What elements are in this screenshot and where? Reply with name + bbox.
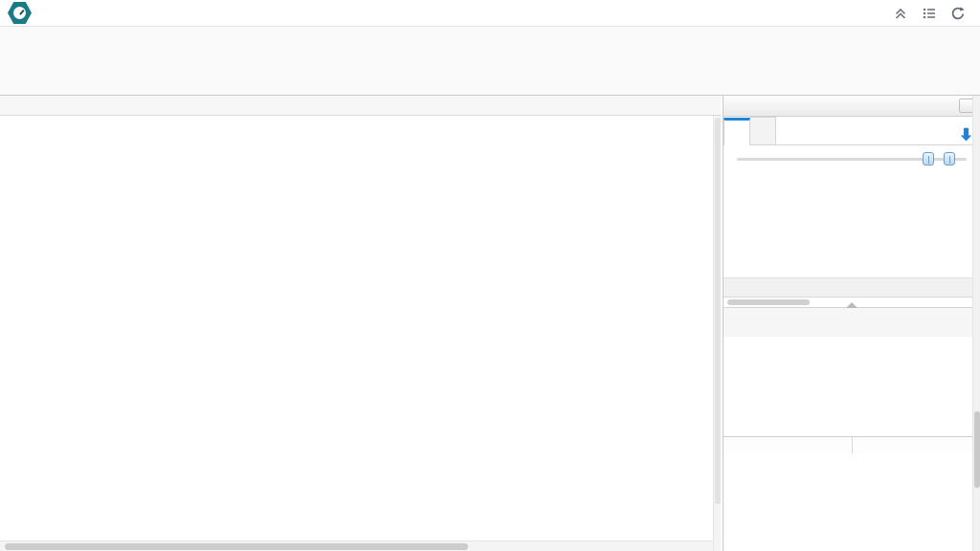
gauge-footer-medicao [853,437,980,453]
ribbon-toolbar [0,27,980,96]
history-panel [723,96,980,551]
top-bar [0,0,980,27]
tab-periodo[interactable] [724,118,750,145]
panel-vertical-scrollbar[interactable] [972,96,980,551]
slider-handle-left[interactable] [923,152,934,165]
history-table-header [724,278,980,298]
gauge-title [724,308,980,337]
table-horizontal-scrollbar[interactable] [0,540,713,551]
tab-acumulado[interactable] [750,117,776,144]
collapse-all-icon[interactable] [892,5,909,22]
table-vertical-scrollbar[interactable] [713,116,721,551]
history-panel-header [724,96,980,117]
history-line-chart [724,172,980,277]
period-range-slider [724,145,980,172]
table-header-row [0,96,721,116]
scorecard-table [0,96,721,551]
arrow-down-icon [960,127,972,142]
gauge-collapse-icon[interactable] [846,302,858,308]
gauge-section [724,307,980,453]
app-logo-icon [8,2,32,24]
gauge-footer-meta [724,437,853,453]
gauge-chart [724,337,980,436]
gauge-footer [724,436,980,453]
history-tabs [724,117,980,145]
slider-handle-right[interactable] [944,152,955,165]
scorecard-app [0,0,980,551]
refresh-icon[interactable] [949,5,967,22]
list-view-icon[interactable] [921,5,938,22]
